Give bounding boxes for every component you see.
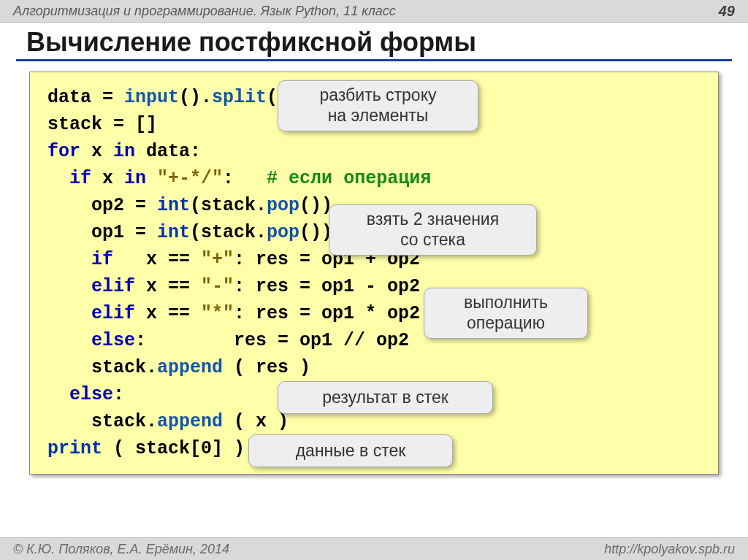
page-number: 49 [719, 3, 735, 20]
code-line-11: stack.append ( res ) [47, 354, 709, 381]
callout-push-res: результат в стек [278, 381, 493, 414]
page-title: Вычисление постфиксной формы [0, 23, 748, 59]
callout-pop: взять 2 значения со стека [329, 204, 537, 256]
footer-bar: © К.Ю. Поляков, Е.А. Ерёмин, 2014 http:/… [0, 537, 748, 560]
code-line-4: if x in "+-*/": # если операция [47, 165, 709, 192]
callout-operate: выполнить операцию [424, 288, 588, 339]
footer-left: © К.Ю. Поляков, Е.А. Ерёмин, 2014 [13, 542, 229, 557]
course-title: Алгоритмизация и программирование. Язык … [13, 4, 396, 19]
code-line-3: for x in data: [47, 138, 709, 165]
callout-split: разбить строку на элементы [278, 80, 478, 131]
title-underline [16, 59, 732, 61]
code-line-8: elif x == "-": res = op1 - op2 [47, 273, 709, 300]
callout-push-data: данные в стек [248, 434, 453, 467]
header-bar: Алгоритмизация и программирование. Язык … [0, 0, 748, 23]
code-line-9: elif x == "*": res = op1 * op2 [47, 300, 709, 327]
code-box: data = input().split() stack = [] for x … [29, 72, 719, 475]
footer-right: http://kpolyakov.spb.ru [604, 542, 735, 557]
code-line-10: else: res = op1 // op2 [47, 327, 709, 354]
